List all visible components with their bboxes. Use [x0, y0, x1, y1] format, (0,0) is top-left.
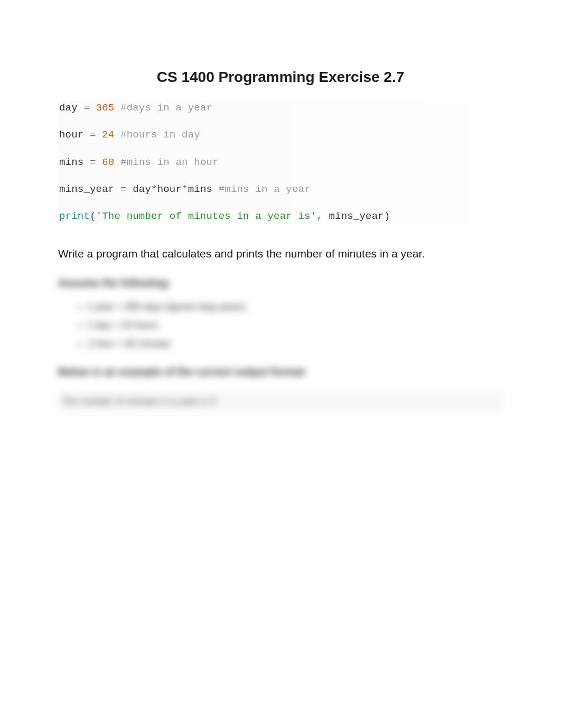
list-item: 1 hour = 60 minutes [87, 337, 503, 351]
code-line-5: print('The number of minutes in a year i… [59, 210, 390, 222]
code-line-1: day = 365 #days in a year [59, 102, 212, 114]
code-line-4: mins_year = day*hour*mins #mins in a yea… [59, 183, 311, 195]
blurred-content: Assume the following: 1 year = 365 days … [58, 277, 503, 412]
blurred-list: 1 year = 365 days (Ignore leap years) 1 … [58, 300, 503, 351]
blurred-output-example: The number of minutes in a year is X [58, 391, 503, 412]
code-block: day = 365 #days in a year hour = 24 #hou… [58, 100, 503, 225]
list-item: 1 year = 365 days (Ignore leap years) [87, 300, 503, 314]
blurred-heading-output: Below is an example of the correct outpu… [58, 366, 503, 378]
code-line-2: hour = 24 #hours in day [59, 129, 200, 141]
page-title: CS 1400 Programming Exercise 2.7 [58, 69, 503, 86]
list-item: 1 day = 24 hours [87, 318, 503, 333]
blurred-heading-assume: Assume the following: [58, 277, 503, 289]
instruction-text: Write a program that calculates and prin… [58, 246, 503, 261]
code-line-3: mins = 60 #mins in an hour [59, 156, 219, 168]
